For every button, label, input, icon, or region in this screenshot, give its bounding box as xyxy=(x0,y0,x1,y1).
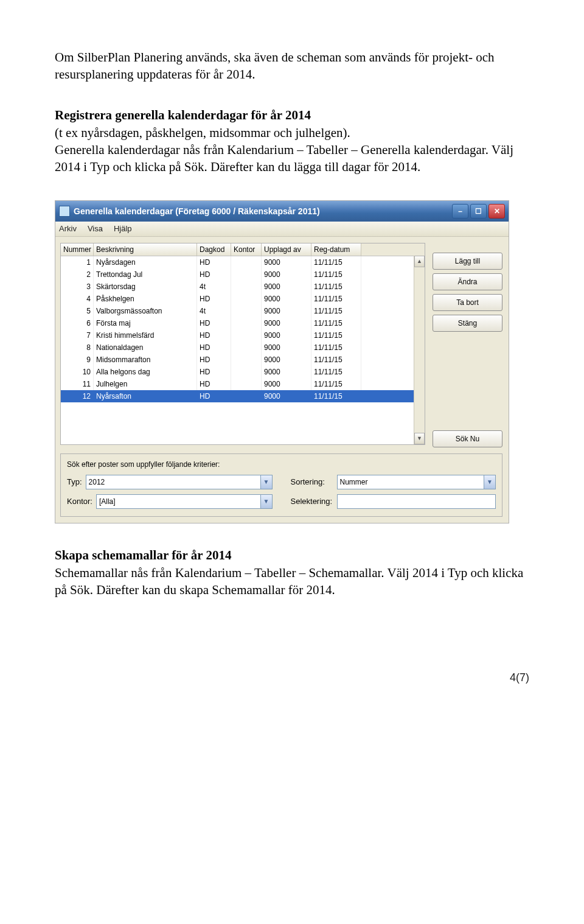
data-table[interactable]: Nummer Beskrivning Dagkod Kontor Upplagd… xyxy=(60,243,425,445)
th-beskrivning[interactable]: Beskrivning xyxy=(94,243,197,256)
minimize-button[interactable]: – xyxy=(452,204,468,219)
table-cell: HD xyxy=(197,329,231,341)
table-cell: Julhelgen xyxy=(94,378,197,390)
table-cell: Påskhelgen xyxy=(94,293,197,305)
add-button[interactable]: Lägg till xyxy=(433,253,502,270)
table-cell: 9000 xyxy=(262,293,311,305)
table-cell: HD xyxy=(197,293,231,305)
table-cell: 7 xyxy=(61,329,94,341)
table-row[interactable]: 10Alla helgons dagHD900011/11/15 xyxy=(61,366,425,378)
table-cell: 11/11/15 xyxy=(311,281,361,293)
th-kontor[interactable]: Kontor xyxy=(231,243,262,256)
table-cell: Nyårsafton xyxy=(94,390,197,402)
table-cell xyxy=(231,268,262,281)
page-number: 4(7) xyxy=(55,671,529,684)
close-panel-button[interactable]: Stäng xyxy=(433,315,502,332)
table-cell: 9000 xyxy=(262,256,311,268)
table-row[interactable]: 3Skärtorsdag4t900011/11/15 xyxy=(61,281,425,293)
table-row[interactable]: 1NyårsdagenHD900011/11/15 xyxy=(61,256,425,268)
table-cell: Valborgsmässoafton xyxy=(94,305,197,317)
selektering-input[interactable] xyxy=(337,494,496,509)
menu-visa[interactable]: Visa xyxy=(88,224,103,233)
table-cell: 11/11/15 xyxy=(311,305,361,317)
table-cell: 11/11/15 xyxy=(311,317,361,329)
table-cell: 11/11/15 xyxy=(311,378,361,390)
table-row[interactable]: 4PåskhelgenHD900011/11/15 xyxy=(61,293,425,305)
table-row[interactable]: 7Kristi himmelsfärdHD900011/11/15 xyxy=(61,329,425,341)
scrollbar[interactable]: ▲ ▼ xyxy=(414,256,425,444)
table-cell: Trettondag Jul xyxy=(94,268,197,281)
table-row[interactable]: 11JulhelgenHD900011/11/15 xyxy=(61,378,425,390)
table-cell: 9 xyxy=(61,354,94,366)
th-nummer[interactable]: Nummer xyxy=(61,243,94,256)
text: Generella kalenderdagar nås från Kalenda… xyxy=(55,142,513,174)
table-cell: 9000 xyxy=(262,378,311,390)
th-regdatum[interactable]: Reg-datum xyxy=(311,243,361,256)
table-cell: 4t xyxy=(197,281,231,293)
table-cell: HD xyxy=(197,256,231,268)
table-cell xyxy=(231,305,262,317)
typ-value: 2012 xyxy=(89,478,105,486)
scroll-down-icon[interactable]: ▼ xyxy=(414,433,425,444)
table-cell: HD xyxy=(197,341,231,354)
table-cell xyxy=(231,317,262,329)
table-cell: 6 xyxy=(61,317,94,329)
table-row[interactable]: 6Första majHD900011/11/15 xyxy=(61,317,425,329)
table-cell: 11 xyxy=(61,378,94,390)
th-dagkod[interactable]: Dagkod xyxy=(197,243,231,256)
menu-hjalp[interactable]: Hjälp xyxy=(114,224,132,233)
table-cell: 11/11/15 xyxy=(311,329,361,341)
table-cell: Nyårsdagen xyxy=(94,256,197,268)
window-title: Generella kalenderdagar (Företag 6000 / … xyxy=(74,206,320,216)
chevron-down-icon: ▼ xyxy=(484,475,495,489)
sortering-label: Sortering: xyxy=(291,477,333,486)
table-row[interactable]: 8NationaldagenHD900011/11/15 xyxy=(61,341,425,354)
table-cell: 9000 xyxy=(262,281,311,293)
table-cell: 9000 xyxy=(262,305,311,317)
maximize-button[interactable]: ☐ xyxy=(470,204,487,219)
table-cell: HD xyxy=(197,354,231,366)
sortering-combo[interactable]: Nummer ▼ xyxy=(337,475,496,489)
edit-button[interactable]: Ändra xyxy=(433,273,502,290)
typ-label: Typ: xyxy=(67,477,82,486)
kontor-combo[interactable]: [Alla] ▼ xyxy=(96,494,273,509)
paragraph-intro: Om SilberPlan Planering används, ska äve… xyxy=(55,49,529,83)
table-cell xyxy=(231,354,262,366)
scroll-up-icon[interactable]: ▲ xyxy=(414,256,425,267)
table-row[interactable]: 9MidsommaraftonHD900011/11/15 xyxy=(61,354,425,366)
table-row[interactable]: 5Valborgsmässoafton4t900011/11/15 xyxy=(61,305,425,317)
titlebar: Generella kalenderdagar (Företag 6000 / … xyxy=(55,201,509,222)
table-row[interactable]: 12NyårsaftonHD900011/11/15 xyxy=(61,390,425,402)
search-now-button[interactable]: Sök Nu xyxy=(433,430,502,447)
table-cell xyxy=(231,329,262,341)
delete-button[interactable]: Ta bort xyxy=(433,294,502,311)
close-button[interactable]: ✕ xyxy=(488,204,505,219)
table-row[interactable]: 2Trettondag JulHD900011/11/15 xyxy=(61,268,425,281)
typ-combo[interactable]: 2012 ▼ xyxy=(86,475,273,489)
table-cell: 9000 xyxy=(262,354,311,366)
table-cell: 4t xyxy=(197,305,231,317)
table-cell: Midsommarafton xyxy=(94,354,197,366)
table-cell xyxy=(231,281,262,293)
table-cell xyxy=(231,390,262,402)
search-heading: Sök efter poster som uppfyller följande … xyxy=(67,460,496,469)
table-cell xyxy=(231,378,262,390)
table-cell: HD xyxy=(197,378,231,390)
table-cell: 11/11/15 xyxy=(311,354,361,366)
paragraph-registrera: (t ex nyårsdagen, påskhelgen, midsommar … xyxy=(55,124,529,176)
heading-registrera: Registrera generella kalenderdagar för å… xyxy=(55,108,529,123)
table-cell: HD xyxy=(197,390,231,402)
table-cell: 10 xyxy=(61,366,94,378)
table-cell: 4 xyxy=(61,293,94,305)
table-cell: 11/11/15 xyxy=(311,341,361,354)
table-cell: 11/11/15 xyxy=(311,256,361,268)
table-cell: 11/11/15 xyxy=(311,390,361,402)
table-cell: 9000 xyxy=(262,366,311,378)
table-cell: 9000 xyxy=(262,268,311,281)
table-cell: Skärtorsdag xyxy=(94,281,197,293)
table-cell: HD xyxy=(197,317,231,329)
th-upplagd[interactable]: Upplagd av xyxy=(262,243,311,256)
table-cell: Kristi himmelsfärd xyxy=(94,329,197,341)
app-icon xyxy=(59,206,70,217)
menu-arkiv[interactable]: Arkiv xyxy=(59,224,77,233)
